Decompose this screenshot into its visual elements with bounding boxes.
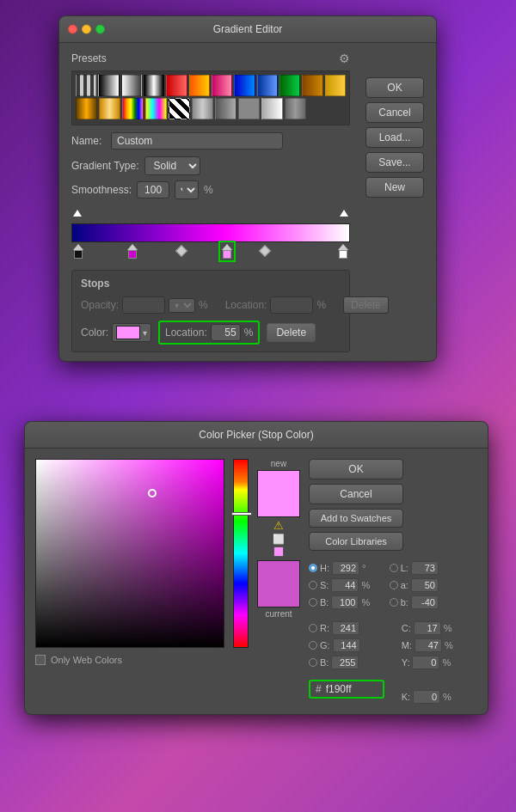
name-input[interactable] [111, 132, 283, 150]
preset-swatch[interactable] [257, 75, 278, 96]
C-input[interactable] [414, 621, 441, 635]
B2-input[interactable] [331, 656, 359, 669]
M-unit: % [445, 640, 453, 650]
preset-swatch[interactable] [76, 98, 97, 119]
b-radio[interactable] [390, 598, 398, 607]
warning-icon: ⚠ [273, 519, 284, 532]
cp-ok-button[interactable]: OK [309, 459, 403, 479]
H-radio[interactable] [309, 564, 317, 572]
preset-swatch[interactable] [192, 98, 213, 119]
preset-swatch[interactable] [98, 75, 119, 96]
hex-hash: # [316, 683, 322, 695]
opacity-input[interactable] [122, 296, 165, 314]
location-label-1: Location: [225, 299, 267, 311]
color-stop-black[interactable] [73, 244, 83, 259]
B2-field-row: B: [309, 656, 384, 669]
R-radio[interactable] [309, 624, 317, 632]
B-radio[interactable] [309, 598, 317, 607]
R-input[interactable] [332, 621, 359, 635]
color-stop-diamond2[interactable] [261, 247, 269, 255]
opacity-stop-left[interactable] [73, 210, 82, 220]
K-input[interactable] [413, 690, 440, 704]
preset-swatch[interactable] [261, 98, 283, 119]
B-input[interactable] [331, 595, 359, 609]
new-button[interactable]: New [366, 177, 424, 198]
smoothness-label: Smoothness: [71, 184, 132, 196]
color-stop-white[interactable] [338, 244, 348, 259]
L-radio[interactable] [390, 564, 398, 572]
preset-swatch[interactable] [302, 75, 322, 96]
preset-swatch[interactable] [99, 98, 120, 119]
location-input-1[interactable] [270, 296, 313, 314]
preset-swatch[interactable] [285, 98, 306, 119]
preset-swatch[interactable] [145, 98, 167, 119]
preset-swatch[interactable] [121, 75, 142, 96]
B-label: B: [320, 597, 329, 607]
S-input[interactable] [331, 578, 359, 592]
color-stop-purple[interactable] [127, 244, 138, 259]
opacity-stop-right[interactable] [340, 210, 348, 220]
location-pct-1: % [316, 299, 326, 311]
small-swatch-icon [273, 546, 284, 557]
a-input[interactable] [411, 578, 439, 592]
delete-button-2[interactable]: Delete [267, 323, 316, 342]
H-input[interactable] [332, 561, 359, 575]
color-stop-selected[interactable] [222, 244, 232, 259]
preset-swatch[interactable] [122, 98, 144, 119]
hue-slider[interactable] [233, 459, 249, 648]
preset-swatch[interactable] [144, 75, 164, 96]
color-stop-diamond1[interactable] [177, 247, 186, 255]
color-square[interactable] [35, 459, 224, 648]
hex-input[interactable] [326, 683, 378, 695]
preset-swatch[interactable] [234, 75, 255, 96]
b-input[interactable] [411, 595, 439, 609]
preset-swatch[interactable] [212, 75, 232, 96]
G-radio[interactable] [309, 641, 317, 650]
G-input[interactable] [333, 638, 360, 652]
preset-swatch[interactable] [238, 98, 260, 119]
B2-radio[interactable] [309, 658, 317, 667]
cp-add-swatches-button[interactable]: Add to Swatches [309, 509, 403, 528]
traffic-lights [68, 25, 105, 34]
preset-swatch[interactable] [215, 98, 236, 119]
minimize-button[interactable] [82, 25, 91, 34]
web-colors-checkbox[interactable] [35, 655, 46, 665]
C-label: C: [402, 623, 411, 633]
location-input-2[interactable] [211, 324, 241, 341]
delete-button-1[interactable]: Delete [343, 296, 389, 314]
preset-swatch[interactable] [169, 98, 190, 119]
opacity-stops-row [71, 208, 350, 222]
current-color-swatch[interactable] [257, 560, 300, 607]
preset-swatch[interactable] [76, 75, 96, 96]
S-radio[interactable] [309, 581, 317, 589]
smoothness-input[interactable] [137, 181, 169, 198]
preset-swatch[interactable] [325, 75, 346, 96]
L-input[interactable] [411, 561, 439, 575]
opacity-dropdown[interactable]: ▾ [169, 298, 195, 313]
gear-icon[interactable]: ⚙ [339, 52, 350, 65]
a-radio[interactable] [390, 581, 398, 589]
cp-cancel-button[interactable]: Cancel [309, 484, 403, 504]
load-button[interactable]: Load... [366, 127, 424, 148]
smoothness-dropdown[interactable]: ▾ [175, 180, 199, 199]
gradient-editor-dialog: Gradient Editor Presets ⚙ [58, 15, 437, 362]
preset-swatch[interactable] [280, 75, 300, 96]
color-swatch-button[interactable]: ▾ [112, 323, 151, 342]
preset-swatch[interactable] [189, 75, 210, 96]
a-field-row: a: [390, 578, 453, 592]
M-input[interactable] [415, 638, 442, 652]
gradient-preview-bar[interactable] [71, 223, 350, 242]
ok-button[interactable]: OK [366, 77, 424, 98]
K-unit: % [443, 692, 452, 702]
C-unit: % [444, 623, 452, 633]
gradient-type-select[interactable]: Solid Noise [144, 156, 200, 175]
close-button[interactable] [68, 25, 77, 34]
maximize-button[interactable] [95, 25, 105, 34]
hue-slider-handle [231, 512, 252, 516]
Y-input[interactable] [412, 656, 439, 669]
cp-color-libraries-button[interactable]: Color Libraries [309, 532, 403, 551]
preset-swatch[interactable] [166, 75, 187, 96]
save-button[interactable]: Save... [366, 152, 424, 173]
cancel-button[interactable]: Cancel [366, 102, 424, 123]
new-color-swatch[interactable] [257, 470, 300, 517]
